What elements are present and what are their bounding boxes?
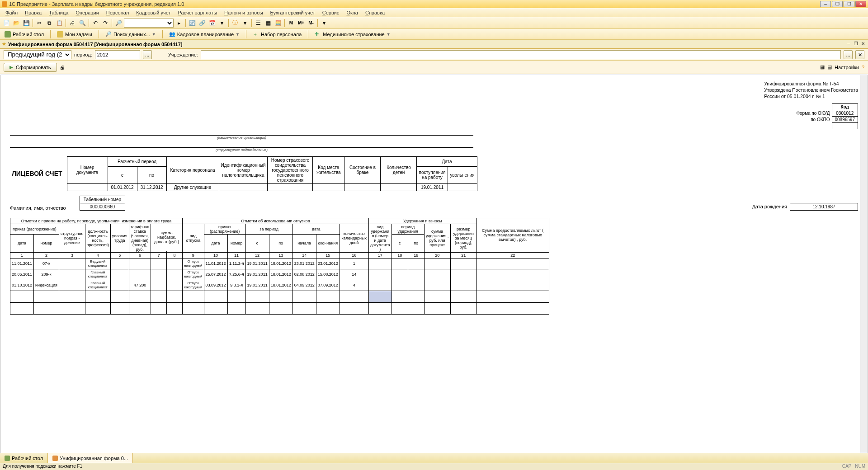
- desktop-icon: [5, 31, 11, 38]
- minimize-button[interactable]: –: [820, 1, 831, 7]
- layout1-icon[interactable]: ▦: [820, 64, 825, 70]
- org-name-line: [10, 129, 473, 136]
- layout2-icon[interactable]: ▤: [827, 64, 832, 70]
- calc-mplus-icon[interactable]: M+: [297, 19, 306, 28]
- document-area[interactable]: Унифицированная форма № Т-54 Утверждена …: [0, 75, 868, 470]
- window-title: 1С:Предприятие - Зарплата и кадры бюджет…: [9, 1, 820, 7]
- star-icon[interactable]: ★: [2, 41, 6, 47]
- dept-line: [10, 141, 473, 148]
- menu-file[interactable]: Файл: [2, 9, 21, 16]
- search-icon: 🔎: [105, 31, 112, 38]
- panel-recruit[interactable]: ＋ Набор персонала: [250, 30, 304, 38]
- people-icon: 👥: [169, 31, 175, 38]
- doc-restore-icon[interactable]: ❐: [853, 41, 859, 47]
- period-ellipsis-button[interactable]: ...: [143, 50, 152, 59]
- calendar-icon[interactable]: 📅: [208, 19, 217, 28]
- plus-icon: ＋: [253, 31, 259, 38]
- panel-tasks[interactable]: Мои задачи: [54, 30, 95, 38]
- save-icon[interactable]: 💾: [22, 19, 31, 28]
- period-label: период:: [74, 52, 92, 57]
- num-indicator: NUM: [855, 464, 865, 470]
- restore-button[interactable]: ❐: [832, 1, 843, 7]
- table-row[interactable]: 11.01.201107-кВедущий специалистОтпуск е…: [10, 258, 549, 269]
- menu-service[interactable]: Сервис: [319, 9, 343, 16]
- menu-hr[interactable]: Кадровый учет: [132, 9, 174, 16]
- table-row[interactable]: 01.10.2012индексацияГлавный специалист47…: [10, 280, 549, 291]
- more-icon[interactable]: ▾: [320, 19, 329, 28]
- detail-grid: Отметки о приеме на работу, переводе, ув…: [10, 218, 549, 315]
- org-input[interactable]: [201, 50, 841, 59]
- desktop-icon: [5, 456, 10, 461]
- link-icon[interactable]: 🔗: [198, 19, 207, 28]
- menu-edit[interactable]: Правка: [21, 9, 45, 16]
- action-bar: ▶ Сформировать 🖨 ▦ ▤ Настройки ?: [0, 61, 868, 74]
- chevron-down-icon: ▼: [152, 32, 156, 37]
- help-icon[interactable]: ?: [862, 65, 864, 70]
- document-tab-bar: ★ Унифицированная форма 0504417 [Унифици…: [0, 40, 868, 49]
- doc-minimize-icon[interactable]: –: [845, 41, 852, 47]
- doc-close-icon[interactable]: ✕: [860, 41, 866, 47]
- generate-button[interactable]: ▶ Сформировать: [4, 63, 57, 72]
- org-clear-button[interactable]: ✕: [855, 50, 864, 59]
- menu-table[interactable]: Таблица: [45, 9, 72, 16]
- org-label: Учреждение:: [168, 52, 198, 57]
- table-row[interactable]: 20.05.2011209-кГлавный специалистОтпуск …: [10, 269, 549, 280]
- settings-link[interactable]: Настройки: [835, 65, 859, 70]
- panel-bar: Рабочий стол Мои задачи 🔎 Поиск данных..…: [0, 29, 868, 40]
- dropdown-icon[interactable]: ▾: [217, 19, 226, 28]
- redo-icon[interactable]: ↷: [101, 19, 110, 28]
- print-icon[interactable]: 🖨: [68, 19, 77, 28]
- tab-desktop[interactable]: Рабочий стол: [0, 453, 48, 463]
- menu-taxes[interactable]: Налоги и взносы: [221, 9, 267, 16]
- preset-combo[interactable]: Предыдущий год (2012 г.): [4, 50, 71, 59]
- panel-desktop[interactable]: Рабочий стол: [2, 30, 47, 38]
- calc-m-icon[interactable]: M: [287, 19, 296, 28]
- find-icon[interactable]: 🔎: [114, 19, 123, 28]
- list-icon[interactable]: ☰: [254, 19, 263, 28]
- main-toolbar: 📄 📂 💾 ✂ ⧉ 📋 🖨 🔍 ↶ ↷ 🔎 ▸ 🔄 🔗 📅 ▾ ⓘ ▾ ☰ ▦ …: [0, 17, 868, 29]
- undo-icon[interactable]: ↶: [91, 19, 100, 28]
- app-icon: [2, 1, 7, 7]
- menubar: Файл Правка Таблица Операции Персонал Ка…: [0, 8, 868, 17]
- chevron-down-icon: ▼: [387, 32, 391, 37]
- panel-search[interactable]: 🔎 Поиск данных... ▼: [103, 30, 159, 38]
- dropdown2-icon[interactable]: ▾: [241, 19, 250, 28]
- info-icon[interactable]: ⓘ: [231, 19, 240, 28]
- cap-indicator: CAP: [842, 464, 852, 470]
- close-button[interactable]: ✕: [855, 1, 866, 7]
- search-go-icon[interactable]: ▸: [175, 19, 184, 28]
- form-icon: [52, 456, 58, 461]
- calc-icon[interactable]: 🧮: [274, 19, 283, 28]
- paste-icon[interactable]: 📋: [55, 19, 64, 28]
- copy-icon[interactable]: ⧉: [45, 19, 54, 28]
- period-input[interactable]: [95, 50, 140, 59]
- menu-help[interactable]: Справка: [362, 9, 388, 16]
- preview-icon[interactable]: 🔍: [78, 19, 87, 28]
- panel-kadr-planning[interactable]: 👥 Кадровое планирование ▼: [166, 30, 242, 38]
- new-icon[interactable]: 📄: [2, 19, 11, 28]
- main-header-table: ЛИЦЕВОЙ СЧЕТ Номер документа Расчетный п…: [10, 156, 477, 191]
- status-hint: Для получения подсказки нажмите F1: [3, 464, 82, 470]
- panel-med[interactable]: ✚ Медицинское страхование ▼: [312, 30, 393, 38]
- calc-mminus-icon[interactable]: M-: [307, 19, 316, 28]
- form-header-text: Унифицированная форма № Т-54 Утверждена …: [764, 80, 858, 100]
- menu-payroll[interactable]: Расчет зарплаты: [175, 9, 221, 16]
- menu-windows[interactable]: Окна: [343, 9, 362, 16]
- menu-accounting[interactable]: Бухгалтерский учет: [267, 9, 319, 16]
- grid-icon[interactable]: ▦: [264, 19, 273, 28]
- chevron-down-icon: ▼: [236, 32, 240, 37]
- play-icon: ▶: [9, 65, 13, 70]
- tab-form[interactable]: Унифицированная форма 0...: [48, 453, 133, 463]
- cut-icon[interactable]: ✂: [35, 19, 44, 28]
- menu-operations[interactable]: Операции: [72, 9, 102, 16]
- med-icon: ✚: [315, 31, 321, 38]
- maximize-button[interactable]: ☐: [844, 1, 854, 7]
- refresh-icon[interactable]: 🔄: [188, 19, 197, 28]
- search-combo[interactable]: [124, 19, 174, 28]
- menu-personnel[interactable]: Персонал: [103, 9, 133, 16]
- selected-cell[interactable]: [368, 291, 392, 302]
- vertical-scrollbar[interactable]: [860, 75, 867, 469]
- org-ellipsis-button[interactable]: ...: [844, 50, 853, 59]
- open-icon[interactable]: 📂: [12, 19, 21, 28]
- print-report-icon[interactable]: 🖨: [60, 65, 65, 70]
